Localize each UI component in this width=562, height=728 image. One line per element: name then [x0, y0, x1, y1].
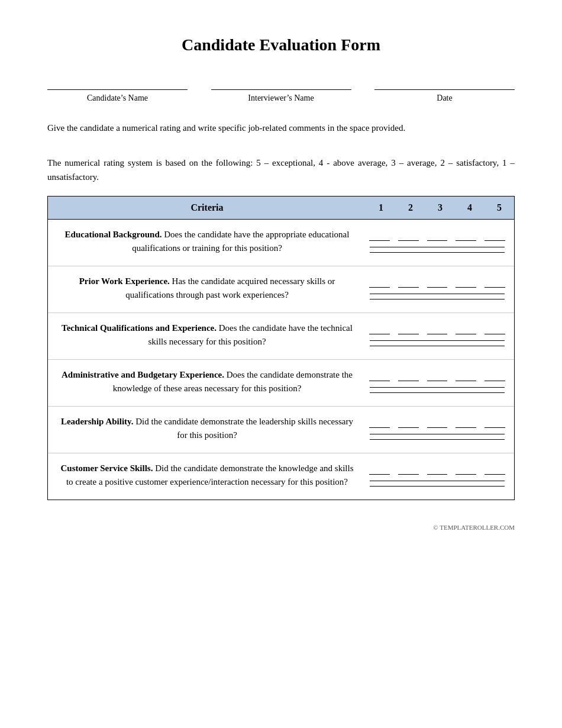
comment-line-1 — [370, 387, 505, 388]
rating-checkboxes — [366, 371, 508, 381]
page-title: Candidate Evaluation Form — [47, 36, 515, 54]
table-row: Administrative and Budgetary Experience.… — [48, 360, 514, 407]
criteria-cell: Educational Background. Does the candida… — [48, 228, 366, 256]
rating-blank-1[interactable] — [369, 417, 390, 428]
table-row: Prior Work Experience. Has the candidate… — [48, 266, 514, 313]
date-line — [374, 78, 515, 90]
candidate-name-line — [47, 78, 188, 90]
table-row: Customer Service Skills. Did the candida… — [48, 453, 514, 500]
rating-blank-4[interactable] — [456, 417, 476, 428]
criteria-cell: Customer Service Skills. Did the candida… — [48, 462, 366, 489]
rating-blank-3[interactable] — [427, 277, 448, 288]
rating-area — [366, 415, 514, 444]
header-fields: Candidate’s Name Interviewer’s Name Date — [47, 78, 515, 103]
comment-line-1 — [370, 247, 505, 247]
candidate-name-field: Candidate’s Name — [47, 78, 188, 103]
footer: © TEMPLATEROLLER.COM — [47, 524, 515, 531]
criteria-rest: Does the candidate have the appropriate … — [132, 230, 349, 253]
rating-blank-2[interactable] — [398, 277, 419, 288]
rating-blank-5[interactable] — [485, 371, 505, 381]
date-label: Date — [437, 94, 452, 103]
criteria-bold: Educational Background. — [65, 230, 162, 239]
table-header: Criteria 1 2 3 4 5 — [48, 197, 514, 220]
comment-line-2 — [370, 439, 505, 440]
rating-blank-1[interactable] — [369, 371, 390, 381]
rating-blank-3[interactable] — [427, 230, 448, 241]
rating-checkboxes — [366, 230, 508, 241]
header-rating-4: 4 — [455, 202, 485, 213]
comment-line-1 — [370, 340, 505, 341]
rating-blank-1[interactable] — [369, 230, 390, 241]
header-rating-2: 2 — [396, 202, 425, 213]
instructions-1: Give the candidate a numerical rating an… — [47, 121, 515, 135]
rating-area — [366, 368, 514, 398]
rating-checkboxes — [366, 417, 508, 428]
comment-line-2 — [370, 346, 505, 346]
evaluation-table: Criteria 1 2 3 4 5 Educational Backgroun… — [47, 196, 515, 500]
rating-checkboxes — [366, 464, 508, 475]
rating-area — [366, 462, 514, 491]
criteria-bold: Prior Work Experience. — [79, 276, 170, 286]
rating-blank-2[interactable] — [398, 371, 419, 381]
rating-blank-1[interactable] — [369, 464, 390, 475]
criteria-rest: Did the candidate demonstrate the leader… — [133, 417, 353, 440]
comment-line-2 — [370, 299, 505, 299]
criteria-cell: Prior Work Experience. Has the candidate… — [48, 275, 366, 302]
criteria-cell: Technical Qualifications and Experience.… — [48, 321, 366, 349]
header-rating-1: 1 — [366, 202, 396, 213]
criteria-bold: Technical Qualifications and Experience. — [62, 323, 217, 333]
criteria-bold: Customer Service Skills. — [60, 463, 153, 473]
criteria-bold: Leadership Ability. — [61, 417, 134, 426]
rating-blank-2[interactable] — [398, 417, 419, 428]
comment-line-1 — [370, 481, 505, 481]
rating-blank-3[interactable] — [427, 464, 448, 475]
criteria-cell: Administrative and Budgetary Experience.… — [48, 368, 366, 396]
header-rating-3: 3 — [425, 202, 455, 213]
criteria-bold: Administrative and Budgetary Experience. — [62, 370, 224, 379]
rating-area — [366, 228, 514, 257]
table-row: Technical Qualifications and Experience.… — [48, 313, 514, 360]
rating-blank-4[interactable] — [456, 464, 476, 475]
table-row: Leadership Ability. Did the candidate de… — [48, 407, 514, 453]
comment-line-2 — [370, 486, 505, 487]
rating-blank-3[interactable] — [427, 371, 448, 381]
comment-line-2 — [370, 392, 505, 393]
rating-blank-5[interactable] — [485, 417, 505, 428]
rating-area — [366, 275, 514, 304]
rating-blank-4[interactable] — [456, 324, 476, 334]
header-rating-5: 5 — [485, 202, 514, 213]
rating-blank-5[interactable] — [485, 277, 505, 288]
rating-blank-4[interactable] — [456, 371, 476, 381]
table-row: Educational Background. Does the candida… — [48, 220, 514, 266]
rating-blank-5[interactable] — [485, 324, 505, 334]
copyright-text: © TEMPLATEROLLER.COM — [433, 524, 515, 531]
rating-blank-2[interactable] — [398, 324, 419, 334]
rating-blank-2[interactable] — [398, 464, 419, 475]
rating-checkboxes — [366, 324, 508, 334]
date-field: Date — [374, 78, 515, 103]
rating-checkboxes — [366, 277, 508, 288]
candidate-name-label: Candidate’s Name — [87, 94, 148, 103]
interviewer-name-field: Interviewer’s Name — [211, 78, 351, 103]
rating-area — [366, 321, 514, 351]
rating-blank-4[interactable] — [456, 277, 476, 288]
rating-blank-5[interactable] — [485, 464, 505, 475]
rating-blank-1[interactable] — [369, 277, 390, 288]
header-criteria: Criteria — [48, 202, 366, 213]
comment-line-1 — [370, 434, 505, 434]
rating-blank-5[interactable] — [485, 230, 505, 241]
instructions-2: The numerical rating system is based on … — [47, 156, 515, 184]
rating-blank-3[interactable] — [427, 324, 448, 334]
rating-blank-1[interactable] — [369, 324, 390, 334]
interviewer-name-label: Interviewer’s Name — [248, 94, 314, 103]
rating-blank-3[interactable] — [427, 417, 448, 428]
rating-blank-2[interactable] — [398, 230, 419, 241]
comment-line-2 — [370, 252, 505, 253]
interviewer-name-line — [211, 78, 351, 90]
rating-blank-4[interactable] — [456, 230, 476, 241]
criteria-cell: Leadership Ability. Did the candidate de… — [48, 415, 366, 443]
comment-line-1 — [370, 294, 505, 294]
